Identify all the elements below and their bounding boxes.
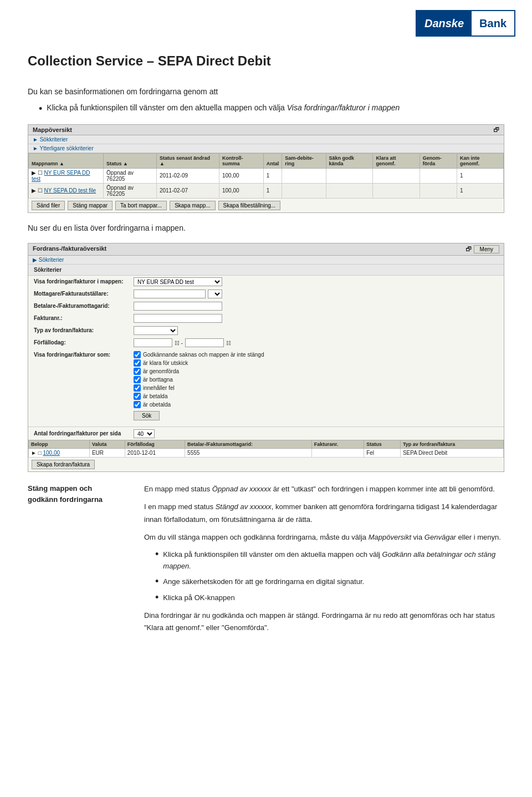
checkbox-7[interactable] [134, 401, 141, 408]
create-fordran-btn[interactable]: Skapa fordran/faktura [32, 460, 95, 469]
cell-betalarid: 5555 [185, 449, 312, 458]
bullet-icon: • [39, 103, 42, 115]
cell-kan-inte: 1 [457, 168, 504, 183]
form-row-type: Typ av fordran/faktura: [28, 324, 504, 337]
search-btn[interactable]: Sök [134, 411, 160, 420]
section-left-title2: godkänn fordringarna [28, 495, 103, 504]
label-mapp: Visa fordringar/fakturor i mappen: [34, 277, 134, 285]
label-show-as: Visa fordringar/fakturor som: [34, 351, 134, 358]
cell-genomf [420, 168, 457, 183]
input-fakturanr[interactable] [134, 314, 222, 323]
input-date-to[interactable] [185, 338, 224, 347]
send-files-btn[interactable]: Sänd filer [32, 201, 65, 210]
screenshot2-link1[interactable]: ▶ Sökriterier [28, 256, 504, 265]
checkbox-1[interactable] [134, 351, 141, 358]
checkbox-3[interactable] [134, 368, 141, 375]
input-mottagare[interactable] [134, 290, 206, 298]
col-valuta: Valuta [89, 440, 125, 449]
col-betalarid: Betalar-/Fakturamottagarid: [185, 440, 312, 449]
form-row-date: Förfällodag: ☷ - ☷ [28, 337, 504, 349]
link-amount[interactable]: 100,00 [43, 450, 60, 456]
screenshot1-link2[interactable]: ► Ytterligare sökkriterier [28, 144, 504, 153]
screenshot1-header: Mappöversikt 🗗 [28, 125, 504, 135]
checkbox-row-6: är betalda [134, 392, 264, 400]
col-klara: Klara att genomf. [373, 153, 420, 168]
checkbox-label-7: är obetalda [143, 402, 171, 408]
bullet-icon-2: • [155, 576, 158, 587]
form-row-checkboxes-label: Visa fordringar/fakturor som: Godkännand… [28, 349, 504, 424]
col-mappnamn: Mappnamn ▲ [29, 153, 104, 168]
link-sokkriterier-1[interactable]: ► Sökkriterier [33, 136, 68, 143]
label-date: Förfällodag: [34, 338, 134, 346]
table-row: ▶ ☐ NY EUR SEPA DD test Öppnad av 762205… [29, 168, 504, 183]
col-typ: Typ av fordran/faktura [400, 440, 503, 449]
middle-text: Nu ser du en lista över fordringarna i m… [28, 222, 504, 234]
value-type [134, 326, 178, 335]
section-left-title1: Stäng mappen och [28, 484, 92, 493]
form-section-label: Sökriterier [28, 265, 504, 276]
cell-sam [282, 168, 326, 183]
section-bullet-1-text: Klicka på funktionspilen till vänster om… [163, 549, 504, 572]
link-ny-sepa[interactable]: NY SEPA DD test file [44, 187, 96, 194]
bank-logo-name: Danske [417, 11, 472, 35]
value-betalare [134, 302, 222, 311]
section-p3: Om du vill stänga mappen och godkänna fo… [144, 531, 504, 544]
cell-icon: ▶ ☐ NY EUR SEPA DD test [29, 168, 104, 183]
create-folder-btn[interactable]: Skapa mapp... [170, 201, 215, 210]
cell-antal: 1 [263, 168, 282, 183]
cell-genomf2 [420, 183, 457, 198]
col-status: Status ▲ [104, 153, 157, 168]
date-icon: ☷ [226, 340, 231, 346]
section-bullet-3-text: Klicka på OK-knappen [163, 592, 234, 604]
checkbox-2[interactable] [134, 359, 141, 367]
checkbox-4[interactable] [134, 376, 141, 383]
close-folders-btn[interactable]: Stäng mappar [68, 201, 112, 210]
label-fakturanr: Fakturanr.: [34, 314, 134, 321]
input-date-from[interactable] [134, 338, 172, 347]
select-mottagare[interactable] [208, 290, 222, 298]
cell-amount: 100,00 [219, 168, 263, 183]
select-per-page[interactable]: 40 [134, 429, 155, 438]
cell-antal2: 1 [263, 183, 282, 198]
col-status-changed: Status senast ändrad ▲ [156, 153, 219, 168]
cell-changed2: 2011-02-07 [156, 183, 219, 198]
section-final: Dina fordringar är nu godkända och mappe… [144, 610, 504, 634]
select-mapp[interactable]: NY EUR SEPA DD test [134, 277, 222, 286]
col-kan-inte: Kan inte genomf. [457, 153, 504, 168]
cell-klara [373, 168, 420, 183]
checkbox-row-4: är borttagna [134, 375, 264, 384]
screenshot2-header: Fordrans-/fakturaöversikt 🗗 Meny [28, 243, 504, 256]
select-type[interactable] [134, 326, 178, 335]
bullet-icon-1: • [155, 549, 158, 560]
date-separator: ☷ - [175, 340, 183, 346]
cell-kan-inte2: 1 [457, 183, 504, 198]
value-per-page: 40 [134, 429, 155, 438]
input-betalare[interactable] [134, 302, 222, 311]
label-type: Typ av fordran/faktura: [34, 326, 134, 333]
cell-changed: 2011-02-09 [156, 168, 219, 183]
form-row-mottagare: Mottagare/Fakturautställare: [28, 288, 504, 300]
link-ny-eur[interactable]: NY EUR SEPA DD test [32, 170, 90, 182]
delete-folders-btn[interactable]: Ta bort mappar... [115, 201, 167, 210]
checkbox-5[interactable] [134, 384, 141, 392]
form-row-per-page: Antal fordringar/fakturor per sida 40 [28, 427, 504, 440]
two-col-section: Stäng mappen och godkänn fordringarna En… [28, 483, 504, 639]
screenshot-fordrans: Fordrans-/fakturaöversikt 🗗 Meny ▶ Sökri… [28, 243, 504, 472]
checkbox-6[interactable] [134, 393, 141, 400]
menu-btn[interactable]: Meny [474, 245, 499, 253]
checkbox-row-3: är genomförda [134, 367, 264, 375]
screenshot1-footer: Sänd filer Stäng mappar Ta bort mappar..… [28, 199, 504, 212]
link-ytterligare[interactable]: ► Ytterligare sökkriterier [33, 145, 94, 151]
label-per-page: Antal fordringar/fakturor per sida [34, 429, 134, 436]
screenshot1-link1[interactable]: ► Sökkriterier [28, 135, 504, 144]
label-mottagare: Mottagare/Fakturautställare: [34, 290, 134, 297]
cell-status: Öppnad av 762205 [104, 168, 157, 183]
value-fakturanr [134, 314, 222, 323]
cell-belopp: ► □ 100,00 [29, 449, 90, 458]
checkbox-label-5: innehåller fel [143, 385, 175, 391]
col-fakturanr: Fakturanr. [311, 440, 364, 449]
col-antal: Antal [263, 153, 282, 168]
mappoverview-table: Mappnamn ▲ Status ▲ Status senast ändrad… [28, 153, 504, 199]
create-file-order-btn[interactable]: Skapa filbeställning... [218, 201, 281, 210]
link-sokkriterier-2[interactable]: ▶ Sökriterier [33, 257, 64, 263]
